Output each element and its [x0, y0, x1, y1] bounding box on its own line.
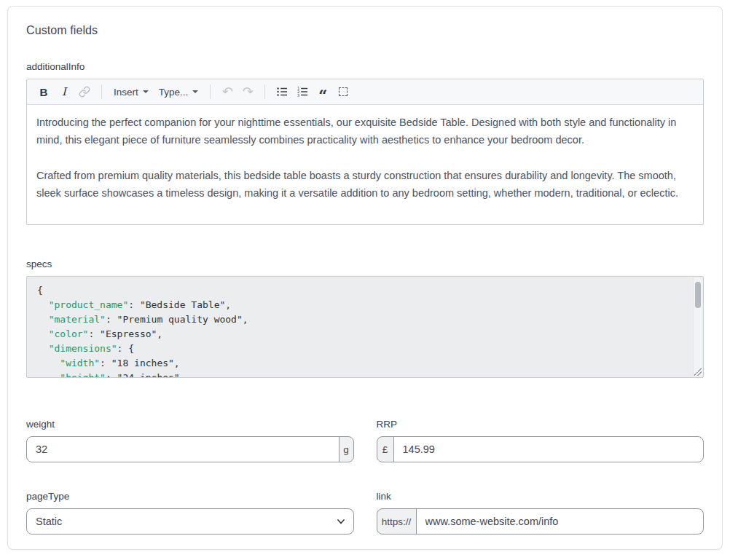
link-icon: [79, 86, 90, 98]
specs-code-editor[interactable]: { "product_name": "Bedside Table", "mate…: [26, 276, 704, 378]
page-type-select[interactable]: Static: [26, 508, 354, 535]
dashed-box-button[interactable]: [334, 82, 353, 101]
insert-link-button[interactable]: [75, 82, 94, 101]
protocol-prefix: https://: [377, 508, 417, 535]
toolbar-divider: [264, 84, 265, 99]
editor-toolbar: B I Insert Type...: [27, 79, 703, 105]
ordered-list-button[interactable]: 1 2 3: [293, 82, 312, 101]
editor-paragraph: Introducing the perfect companion for yo…: [36, 114, 694, 149]
undo-icon: ↶: [222, 85, 233, 98]
italic-button[interactable]: I: [55, 82, 74, 101]
specs-label: specs: [26, 259, 704, 269]
page-type-field: pageType Static: [26, 491, 354, 535]
weight-label: weight: [26, 419, 354, 430]
code-line: "material": "Premium quality wood",: [37, 312, 686, 327]
code-line: {: [37, 283, 686, 298]
ordered-list-icon: 1 2 3: [297, 86, 308, 98]
specs-code-content: { "product_name": "Bedside Table", "mate…: [27, 277, 703, 378]
link-input[interactable]: [416, 508, 704, 535]
currency-prefix: £: [377, 436, 394, 462]
rrp-input[interactable]: [393, 436, 704, 462]
vertical-scrollbar[interactable]: [693, 277, 702, 376]
redo-button[interactable]: ↷: [238, 82, 257, 101]
insert-dropdown[interactable]: Insert: [109, 82, 153, 101]
specs-field: specs { "product_name": "Bedside Table",…: [26, 259, 704, 378]
additional-info-label: additionalInfo: [26, 61, 704, 72]
rrp-label: RRP: [377, 419, 704, 430]
weight-unit-suffix: g: [339, 436, 354, 462]
custom-fields-panel: Custom fields additionalInfo B I Inse: [7, 6, 723, 550]
dashed-square-icon: [339, 87, 348, 96]
blockquote-icon: “: [318, 92, 327, 99]
rrp-field: RRP £: [377, 419, 704, 462]
type-dropdown-label: Type...: [159, 87, 189, 98]
editor-content[interactable]: Introducing the perfect companion for yo…: [27, 105, 703, 224]
code-line: "dimensions": {: [37, 342, 686, 356]
code-line: "width": "18 inches",: [37, 356, 686, 371]
editor-paragraph: Crafted from premium quality materials, …: [36, 167, 694, 202]
panel-title: Custom fields: [26, 24, 704, 37]
resize-handle[interactable]: [694, 368, 702, 376]
rich-text-editor: B I Insert Type...: [26, 79, 704, 225]
link-field: link https://: [377, 491, 704, 535]
link-label: link: [377, 491, 704, 502]
code-line: "product_name": "Bedside Table",: [37, 298, 686, 312]
undo-button[interactable]: ↶: [218, 82, 237, 101]
scrollbar-thumb[interactable]: [695, 282, 701, 308]
toolbar-divider: [101, 84, 102, 99]
chevron-down-icon: [192, 90, 198, 93]
svg-text:3: 3: [297, 93, 299, 98]
code-line: "color": "Espresso",: [37, 327, 686, 342]
bold-button[interactable]: B: [34, 82, 53, 101]
bullet-list-icon: [276, 86, 288, 98]
blockquote-button[interactable]: “: [313, 82, 332, 101]
insert-dropdown-label: Insert: [114, 87, 138, 98]
redo-icon: ↷: [243, 85, 254, 98]
page-type-label: pageType: [26, 491, 354, 502]
additional-info-field: additionalInfo B I Insert: [26, 61, 704, 225]
type-dropdown[interactable]: Type...: [154, 82, 203, 101]
bullet-list-button[interactable]: [272, 82, 291, 101]
weight-field: weight g: [26, 419, 354, 462]
weight-input[interactable]: [26, 436, 339, 462]
chevron-down-icon: [143, 90, 149, 93]
code-line: "height": "24 inches",: [37, 371, 686, 378]
toolbar-divider: [210, 84, 211, 99]
